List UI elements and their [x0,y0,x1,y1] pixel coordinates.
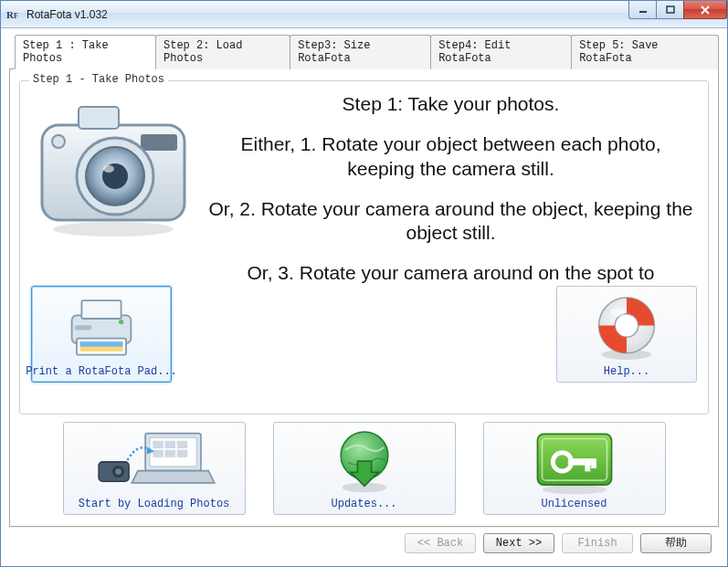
app-window: RF RotaFota v1.032 Step 1 : Take Photos … [0,0,728,567]
svg-marker-32 [132,471,214,483]
tile-label: Help... [604,365,649,378]
tab-panel: Step 1 - Take Photos [9,68,719,527]
instruction-row: Step 1: Take your photos. Either, 1. Rot… [31,92,697,286]
button-label: Finish [577,537,617,550]
instruction-line1: Either, 1. Rotate your object between ea… [205,132,697,181]
button-label: Next >> [496,537,542,550]
tab-step2[interactable]: Step 2: Load Photos [155,35,290,69]
svg-rect-14 [81,300,121,319]
svg-rect-27 [164,441,175,448]
tab-step3[interactable]: Step3: Size RotaFota [290,35,431,69]
svg-rect-26 [153,441,164,448]
tab-step1[interactable]: Step 1 : Take Photos [15,35,156,69]
instruction-title: Step 1: Take your photos. [205,92,697,116]
tab-label: Step 5: Save RotaFota [579,39,658,65]
next-button[interactable]: Next >> [483,533,554,553]
printer-icon [51,294,152,360]
svg-point-11 [103,165,114,173]
svg-rect-30 [164,450,175,457]
svg-point-45 [542,485,607,494]
tile-label: Updates... [331,498,396,510]
svg-rect-31 [176,450,187,457]
camera-icon [31,92,195,238]
tile-label: Unlicensed [541,498,607,510]
tab-label: Step 1 : Take Photos [23,39,109,65]
svg-point-7 [52,135,65,148]
globe-download-icon [325,426,404,496]
camera-illustration [31,92,195,286]
svg-rect-28 [176,441,187,448]
tab-label: Step3: Size RotaFota [298,39,370,65]
laptop-camera-icon [81,427,227,495]
minimize-button[interactable] [628,1,656,19]
svg-point-22 [615,313,638,337]
svg-point-12 [53,222,174,236]
step1-groupbox: Step 1 - Take Photos [19,80,709,415]
mid-row: Print a RotaFota Pad... [31,286,697,383]
svg-rect-44 [591,458,596,467]
group-legend: Step 1 - Take Photos [29,73,168,86]
back-button[interactable]: << Back [405,533,476,553]
close-icon [700,5,711,15]
svg-rect-1 [667,6,674,13]
tile-label: Print a RotaFota Pad... [26,365,177,378]
minimize-icon [638,5,648,15]
instruction-text: Step 1: Take your photos. Either, 1. Rot… [205,92,697,286]
updates-button[interactable]: Updates... [273,422,456,515]
tab-label: Step 2: Load Photos [164,39,242,65]
key-license-icon [520,426,629,496]
tab-step4[interactable]: Step4: Edit RotaFota [430,35,572,69]
maximize-icon [666,5,675,15]
help-button[interactable]: Help... [556,286,697,383]
app-icon: RF [6,7,21,22]
window-title: RotaFota v1.032 [26,8,108,21]
tile-label: Start by Loading Photos [79,498,230,510]
close-button[interactable] [683,1,727,19]
tab-label: Step4: Edit RotaFota [438,39,511,65]
titlebar[interactable]: RF RotaFota v1.032 [1,1,727,28]
svg-point-35 [115,468,121,475]
load-photos-button[interactable]: Start by Loading Photos [63,422,246,515]
svg-rect-17 [80,341,123,346]
svg-point-23 [610,308,625,317]
svg-rect-19 [75,325,91,330]
svg-rect-43 [585,458,589,471]
button-label: << Back [417,537,463,550]
svg-point-18 [119,319,123,323]
lifebuoy-icon [586,290,667,363]
help-wizard-button[interactable]: 帮助 [640,533,712,553]
svg-rect-29 [153,450,164,457]
svg-rect-6 [141,134,177,151]
instruction-line2: Or, 2. Rotate your camera around the obj… [205,197,697,246]
wizard-button-bar: << Back Next >> Finish 帮助 [9,527,719,558]
finish-button[interactable]: Finish [562,533,633,553]
print-pad-button[interactable]: Print a RotaFota Pad... [31,286,172,383]
button-label: 帮助 [665,535,687,551]
window-controls [628,1,727,19]
client-area: Step 1 : Take Photos Step 2: Load Photos… [1,28,727,566]
tab-step5[interactable]: Step 5: Save RotaFota [571,35,719,69]
bottom-row: Start by Loading Photos [19,422,709,517]
maximize-button[interactable] [656,1,683,19]
unlicensed-button[interactable]: Unlicensed [483,422,666,515]
svg-rect-5 [79,107,119,129]
tab-strip: Step 1 : Take Photos Step 2: Load Photos… [9,34,719,68]
instruction-line3: Or, 3. Rotate your camera around on the … [205,261,697,285]
